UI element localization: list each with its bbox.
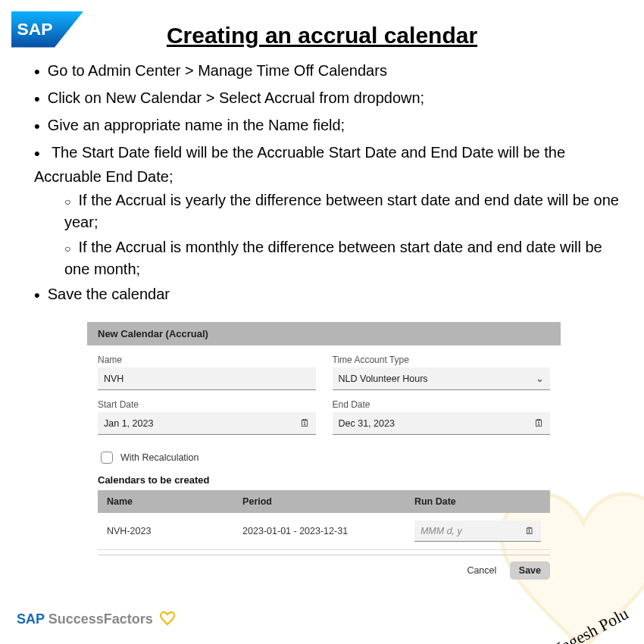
name-input[interactable]: NVH: [98, 367, 316, 390]
time-account-type-select[interactable]: NLD Volunteer Hours ⌄: [333, 367, 551, 390]
th-rundate: Run Date: [405, 490, 550, 513]
calendars-section-title: Calendars to be created: [98, 474, 550, 486]
calendar-icon: 🗓: [534, 417, 544, 429]
panel-header: New Calendar (Accrual): [87, 322, 561, 345]
table-row: NVH-2023 2023-01-01 - 2023-12-31 MMM d, …: [98, 513, 550, 550]
step-item: The Start Date field will be the Accruab…: [34, 142, 621, 280]
type-label: Time Account Type: [333, 355, 551, 365]
instructions: Go to Admin Center > Manage Time Off Cal…: [0, 60, 644, 307]
save-button[interactable]: Save: [510, 561, 550, 580]
brand-sf: SuccessFactors: [48, 611, 153, 627]
row-name: NVH-2023: [98, 513, 233, 550]
page-title: Creating an accrual calendar: [0, 23, 644, 48]
footer-brand: SAP SuccessFactors: [17, 611, 175, 629]
run-date-input[interactable]: MMM d, y 🗓: [414, 521, 541, 542]
cancel-button[interactable]: Cancel: [467, 565, 496, 576]
name-label: Name: [98, 355, 316, 365]
type-value: NLD Volunteer Hours: [339, 374, 428, 384]
step-item: Save the calendar: [34, 283, 621, 308]
th-name: Name: [98, 490, 233, 513]
name-value: NVH: [104, 374, 123, 384]
th-period: Period: [233, 490, 405, 513]
end-date-input[interactable]: Dec 31, 2023 🗓: [333, 412, 551, 435]
sap-logo: SAP: [11, 11, 83, 45]
calendars-table: Name Period Run Date NVH-2023 2023-01-01…: [98, 490, 550, 550]
substep-item: If the Accrual is yearly the difference …: [64, 189, 621, 233]
end-date-label: End Date: [333, 399, 551, 410]
signature: Nagesh Polu: [548, 604, 632, 644]
end-date-value: Dec 31, 2023: [339, 418, 395, 429]
brand-sap: SAP: [17, 611, 48, 627]
step-item: Give an appropriate name in the Name fie…: [34, 114, 621, 139]
step-item: Go to Admin Center > Manage Time Off Cal…: [34, 60, 621, 84]
step-text: The Start Date field will be the Accruab…: [34, 144, 565, 185]
row-period: 2023-01-01 - 2023-12-31: [233, 513, 405, 550]
chevron-down-icon: ⌄: [536, 373, 544, 384]
step-item: Click on New Calendar > Select Accrual f…: [34, 87, 621, 111]
start-date-label: Start Date: [98, 399, 316, 410]
calendar-icon: 🗓: [300, 417, 310, 429]
recalculation-label: With Recalculation: [120, 452, 199, 463]
form-screenshot: New Calendar (Accrual) Name NVH Time Acc…: [87, 322, 561, 583]
start-date-input[interactable]: Jan 1, 2023 🗓: [98, 412, 316, 435]
recalculation-checkbox[interactable]: [101, 452, 113, 464]
svg-text:SAP: SAP: [17, 19, 53, 39]
calendar-icon: 🗓: [525, 526, 535, 536]
start-date-value: Jan 1, 2023: [104, 418, 153, 429]
run-date-placeholder: MMM d, y: [420, 526, 462, 536]
heart-icon: [160, 611, 175, 629]
substep-item: If the Accrual is monthly the difference…: [64, 236, 621, 280]
